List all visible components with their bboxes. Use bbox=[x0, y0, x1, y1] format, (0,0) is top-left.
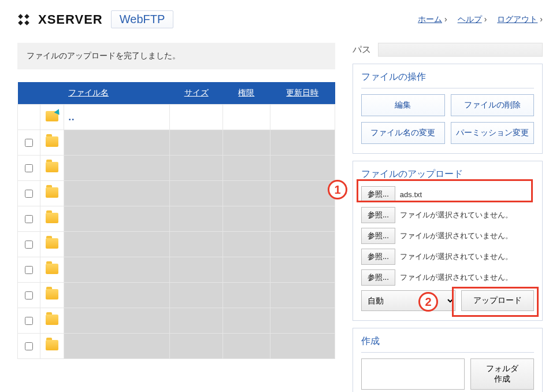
folder-icon[interactable] bbox=[46, 187, 58, 198]
table-cell-name[interactable] bbox=[64, 283, 170, 308]
table-cell-perm bbox=[223, 181, 270, 206]
upload-row: 参照...ファイルが選択されていません。 bbox=[361, 207, 534, 223]
chevron-right-icon: › bbox=[540, 14, 543, 24]
table-cell-name[interactable] bbox=[64, 156, 170, 181]
logout-link[interactable]: ログアウト bbox=[497, 14, 537, 24]
selected-file-text: ファイルが選択されていません。 bbox=[400, 272, 513, 283]
table-cell-date bbox=[270, 334, 335, 359]
chmod-button[interactable]: パーミッション変更 bbox=[451, 122, 535, 144]
folder-name-input[interactable] bbox=[361, 358, 465, 390]
table-cell-date bbox=[270, 130, 335, 156]
transfer-mode-select[interactable]: 自動 bbox=[361, 290, 455, 311]
row-checkbox[interactable] bbox=[25, 266, 33, 274]
browse-button[interactable]: 参照... bbox=[361, 207, 395, 223]
table-cell-date bbox=[270, 283, 335, 308]
browse-button[interactable]: 参照... bbox=[361, 249, 395, 265]
table-cell-name[interactable] bbox=[64, 257, 170, 283]
edit-button[interactable]: 編集 bbox=[361, 94, 445, 116]
product-badge[interactable]: WebFTP bbox=[111, 10, 174, 28]
browse-button[interactable]: 参照... bbox=[361, 228, 395, 244]
row-checkbox[interactable] bbox=[25, 241, 33, 249]
table-cell-size bbox=[170, 334, 223, 359]
notice-message: ファイルのアップロードを完了しました。 bbox=[17, 43, 335, 69]
folder-icon[interactable] bbox=[46, 136, 58, 147]
selected-file-text: ファイルが選択されていません。 bbox=[400, 252, 513, 262]
col-icon bbox=[40, 82, 64, 105]
top-nav: ホーム› ヘルプ› ログアウト› bbox=[418, 14, 543, 25]
folder-icon[interactable] bbox=[46, 213, 58, 223]
row-checkbox[interactable] bbox=[25, 342, 33, 350]
upload-button[interactable]: アップロード bbox=[461, 290, 534, 311]
browse-button[interactable]: 参照... bbox=[361, 269, 395, 286]
table-cell-size bbox=[170, 283, 223, 308]
up-folder-icon[interactable] bbox=[46, 111, 58, 121]
row-checkbox[interactable] bbox=[25, 164, 33, 172]
table-cell-perm bbox=[223, 283, 270, 308]
col-checkbox bbox=[18, 82, 40, 105]
create-folder-button[interactable]: フォルダ作成 bbox=[470, 358, 534, 390]
upload-row: 参照...ファイルが選択されていません。 bbox=[361, 269, 534, 286]
table-cell-date bbox=[270, 257, 335, 283]
folder-icon[interactable] bbox=[46, 340, 58, 350]
path-row: パス bbox=[353, 43, 543, 57]
folder-icon[interactable] bbox=[46, 315, 58, 325]
table-cell-size bbox=[170, 130, 223, 156]
help-link[interactable]: ヘルプ bbox=[458, 14, 482, 24]
file-ops-title: ファイルの操作 bbox=[361, 71, 534, 88]
col-header-size[interactable]: サイズ bbox=[170, 82, 223, 105]
upload-row: 参照...ファイルが選択されていません。 bbox=[361, 228, 534, 244]
table-cell-perm bbox=[223, 206, 270, 232]
table-cell-date bbox=[270, 206, 335, 232]
table-cell-name[interactable] bbox=[64, 130, 170, 156]
table-cell-perm bbox=[223, 334, 270, 359]
table-cell-date bbox=[270, 156, 335, 181]
upload-title: ファイルのアップロード bbox=[361, 168, 534, 180]
row-checkbox[interactable] bbox=[25, 190, 33, 198]
folder-icon[interactable] bbox=[46, 162, 58, 172]
rename-button[interactable]: ファイル名の変更 bbox=[361, 122, 445, 144]
upload-panel: ファイルのアップロード 参照...ads.txt参照...ファイルが選択されてい… bbox=[353, 161, 543, 321]
table-cell-perm bbox=[223, 156, 270, 181]
row-checkbox[interactable] bbox=[25, 317, 33, 325]
logo-group: XSERVER WebFTP bbox=[17, 10, 173, 28]
table-cell-size bbox=[170, 206, 223, 232]
selected-file-text: ファイルが選択されていません。 bbox=[400, 210, 513, 220]
folder-icon[interactable] bbox=[46, 264, 58, 274]
file-table: ファイル名 サイズ 権限 更新日時 .. bbox=[17, 82, 335, 359]
table-cell-perm bbox=[223, 130, 270, 156]
row-checkbox[interactable] bbox=[25, 291, 33, 299]
table-cell-perm bbox=[223, 308, 270, 334]
delete-button[interactable]: ファイルの削除 bbox=[451, 94, 535, 116]
create-panel: 作成 フォルダ作成 bbox=[353, 328, 543, 392]
col-header-name[interactable]: ファイル名 bbox=[64, 82, 170, 105]
table-cell-date bbox=[270, 232, 335, 257]
selected-file-text: ファイルが選択されていません。 bbox=[400, 231, 513, 241]
table-cell-name[interactable] bbox=[64, 181, 170, 206]
folder-icon[interactable] bbox=[46, 289, 58, 299]
brand-name: XSERVER bbox=[38, 12, 103, 27]
table-cell-name[interactable] bbox=[64, 308, 170, 334]
table-cell-name[interactable] bbox=[64, 232, 170, 257]
table-cell-size bbox=[170, 156, 223, 181]
table-cell-size bbox=[170, 181, 223, 206]
path-field[interactable] bbox=[378, 43, 543, 57]
table-cell-perm bbox=[223, 232, 270, 257]
home-link[interactable]: ホーム bbox=[418, 14, 442, 24]
table-cell-size bbox=[170, 308, 223, 334]
header: XSERVER WebFTP ホーム› ヘルプ› ログアウト› bbox=[17, 0, 543, 31]
browse-button[interactable]: 参照... bbox=[361, 186, 395, 202]
table-cell-perm bbox=[223, 257, 270, 283]
file-ops-panel: ファイルの操作 編集 ファイルの削除 ファイル名の変更 パーミッション変更 bbox=[353, 64, 543, 154]
table-cell-name[interactable] bbox=[64, 334, 170, 359]
folder-icon[interactable] bbox=[46, 238, 58, 249]
row-checkbox[interactable] bbox=[25, 215, 33, 223]
selected-file-text: ads.txt bbox=[400, 190, 422, 199]
row-checkbox[interactable] bbox=[25, 139, 33, 147]
col-header-perm[interactable]: 権限 bbox=[223, 82, 270, 105]
parent-dir-link[interactable]: .. bbox=[69, 112, 75, 122]
create-title: 作成 bbox=[361, 335, 534, 353]
table-cell-name[interactable] bbox=[64, 206, 170, 232]
col-header-date[interactable]: 更新日時 bbox=[270, 82, 335, 105]
upload-row: 参照...ファイルが選択されていません。 bbox=[361, 249, 534, 265]
table-cell-date bbox=[270, 181, 335, 206]
